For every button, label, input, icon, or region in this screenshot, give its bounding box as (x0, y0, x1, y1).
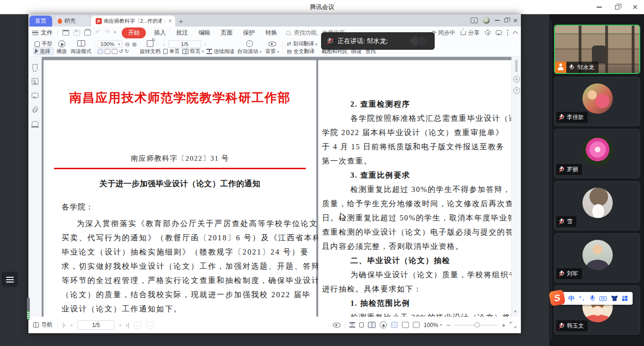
background-tool[interactable]: 背景 ▾ (263, 40, 281, 55)
ime-mode-chinese[interactable]: 中 (568, 294, 574, 303)
share-button[interactable]: 分享 (461, 29, 480, 37)
fullscreen-icon[interactable] (510, 322, 516, 328)
status-continuous-icon[interactable] (349, 322, 355, 328)
full-translate-tool[interactable]: ▤全文翻译 (285, 48, 318, 55)
menu-item-2[interactable]: 编辑 (193, 27, 215, 38)
history-back-icon[interactable]: ← (134, 321, 142, 329)
participant-tile[interactable]: 刘军 (554, 233, 640, 282)
pdf-close-icon[interactable]: ✕ (513, 18, 518, 24)
nav-toggle[interactable]: 导航 (33, 321, 53, 329)
zoom-in-icon[interactable]: ⊕ (132, 41, 137, 47)
menu-item-1[interactable]: 批注 (171, 27, 193, 38)
sync-status[interactable]: ⟳同步中 (431, 29, 455, 37)
read-mode-tool[interactable]: 阅读模式 (69, 40, 93, 55)
status-play-icon[interactable] (380, 321, 387, 328)
close-button[interactable]: ✕ (626, 0, 644, 14)
auto-scroll-tool[interactable]: 自动滚动 ▾ (235, 40, 263, 55)
zoom-out-icon[interactable]: ⊖ (125, 41, 130, 47)
open-icon[interactable] (63, 30, 69, 36)
comment-panel-icon[interactable] (32, 93, 38, 98)
word-translate-tool[interactable]: ⇄划词翻译 ▾ (285, 40, 318, 48)
prev-page-icon[interactable]: ‹ (163, 41, 165, 47)
ime-skin-icon[interactable] (611, 296, 617, 301)
continuous-mode[interactable]: 连续阅读 (206, 48, 234, 55)
collapse-ribbon-icon[interactable] (512, 31, 518, 36)
rotate-doc-tool[interactable]: 旋转文档 (138, 40, 162, 55)
menu-item-5[interactable]: 转换 (260, 27, 282, 38)
pdf-minimize-icon[interactable] (495, 20, 500, 20)
status-fit-page-icon[interactable] (413, 322, 420, 328)
ime-mic-icon[interactable] (590, 295, 595, 302)
status-double-page-icon[interactable] (368, 322, 376, 328)
next-page-icon[interactable]: › (204, 41, 206, 47)
tab-docer[interactable]: 稻壳 (53, 16, 90, 27)
input-method-bar[interactable]: S 中 °， (553, 292, 633, 305)
restore-button[interactable] (608, 0, 626, 14)
last-page-icon[interactable]: ›| (126, 322, 129, 328)
menu-item-3[interactable]: 页面 (215, 27, 238, 38)
single-page-mode[interactable]: 单页 (163, 48, 179, 55)
tab-close-icon[interactable]: ✕ (168, 18, 172, 24)
pages-panel-icon[interactable]: 1 (471, 18, 478, 23)
pdf-restore-icon[interactable] (504, 18, 508, 22)
ime-toolbox-icon[interactable] (622, 296, 627, 301)
status-fit-actual-icon[interactable] (391, 322, 398, 328)
new-tab-button[interactable]: + (176, 16, 186, 26)
rotate-left-icon[interactable]: ↺ (119, 49, 123, 54)
document-canvas[interactable]: 南昌应用技术师范学院教学科研工作部 南应师教科字〔2022〕31 号 关于进一步… (42, 57, 511, 317)
menu-item-4[interactable]: 保护 (238, 27, 260, 38)
next-page-icon-status[interactable]: › (119, 322, 121, 328)
gear-icon[interactable] (485, 30, 491, 36)
scroll-down-icon[interactable]: ▾ (514, 309, 517, 314)
menu-item-0[interactable]: 插入 (149, 27, 171, 38)
ime-keyboard-icon[interactable] (599, 296, 607, 301)
zoom-in-button[interactable]: + (501, 321, 506, 328)
status-page-indicator[interactable]: 1/5 (77, 320, 115, 330)
image-panel-icon[interactable] (32, 78, 38, 85)
zoom-slider-knob[interactable] (474, 322, 480, 328)
mini-scrollbar[interactable] (27, 298, 30, 319)
scrollbar-thumb[interactable] (515, 60, 518, 72)
bookmark-icon[interactable] (33, 64, 37, 70)
print-icon[interactable] (84, 30, 91, 36)
first-page-icon[interactable]: |‹ (63, 322, 66, 328)
status-zoom-value[interactable]: 100%▾ (424, 322, 442, 328)
participant-tile[interactable]: 邹水龙 (554, 25, 640, 74)
fit-width-icon[interactable] (105, 49, 110, 54)
feedback-icon[interactable] (496, 30, 502, 35)
help-icon[interactable]: ? (513, 87, 520, 94)
tab-home[interactable]: 首页 (29, 16, 52, 27)
participant-tile[interactable]: 李佳歆 (554, 77, 640, 126)
menu-start[interactable]: 开始 (122, 27, 146, 38)
save-icon[interactable] (73, 30, 80, 36)
quickbar-dropdown-icon[interactable]: ▾ (114, 30, 116, 36)
participant-tile[interactable]: 罗丽 (554, 129, 640, 178)
page-indicator[interactable]: 1/5 (168, 40, 201, 48)
status-fit-width-icon[interactable] (402, 322, 409, 328)
fit-actual-icon[interactable] (98, 49, 103, 54)
tab-document[interactable]: P 南应师教科字〔2...作的通知.pdf ↑ ✕ (91, 16, 175, 27)
play-tool[interactable]: 播放 (54, 40, 69, 55)
zoom-select[interactable]: 100%▾ (98, 40, 123, 48)
meeting-panel-toggle[interactable] (1, 272, 18, 287)
undo-icon[interactable]: ↶ (95, 30, 100, 36)
rotate-right-icon[interactable]: ↻ (125, 49, 129, 54)
double-page-mode[interactable]: 双页▾ (182, 48, 204, 55)
status-eye-icon[interactable] (333, 323, 340, 328)
ime-punctuation[interactable]: °， (579, 295, 585, 302)
stamp-icon[interactable] (32, 121, 38, 127)
more-options-icon[interactable] (507, 30, 509, 36)
hand-tool[interactable]: 手型 (33, 40, 54, 47)
zoom-out-button[interactable]: − (446, 321, 450, 328)
cloud-upload-icon[interactable]: ↑ (163, 18, 166, 24)
minimize-button[interactable] (590, 0, 608, 14)
redo-icon[interactable]: ↷ (105, 30, 110, 36)
prev-page-icon-status[interactable]: ‹ (71, 322, 72, 328)
fit-page-icon[interactable] (112, 49, 117, 54)
lookup-icon[interactable]: A (513, 76, 520, 82)
zoom-slider[interactable] (455, 325, 497, 326)
status-single-page-icon[interactable] (359, 322, 364, 328)
attachment-icon[interactable] (31, 106, 39, 114)
file-menu[interactable]: 文件 (32, 29, 53, 37)
select-tool[interactable]: 选择 (33, 47, 54, 55)
